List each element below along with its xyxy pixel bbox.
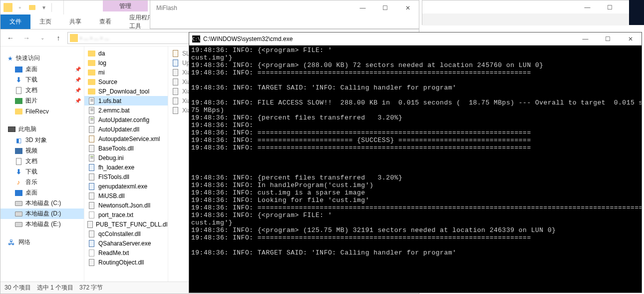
music-icon: ♪ (14, 178, 22, 186)
network-label: 网络 (18, 238, 30, 246)
file-item[interactable]: Newtonsoft.Json.dll (84, 200, 168, 210)
nav-desktop2[interactable]: 桌面 (0, 188, 84, 198)
qat-item[interactable]: ▫ (15, 3, 24, 12)
download-icon: ⬇ (14, 76, 22, 84)
file-item[interactable]: ReadMe.txt (84, 248, 168, 258)
network-icon: 🖧 (7, 238, 15, 246)
qat-item[interactable] (27, 3, 36, 12)
cmd-icon: C:\ (192, 36, 200, 42)
nav-drive-d[interactable]: 本地磁盘 (D:) (0, 208, 84, 219)
file-list-column-1: dalogmiSourceSP_Download_tool1.ufs.bat2.… (84, 46, 168, 282)
cmd-window: C:\ C:\WINDOWS\system32\cmd.exe — ☐ ✕ 19… (189, 32, 642, 293)
miflash-maximize-button[interactable]: ☐ (374, 1, 396, 15)
pin-icon: 📌 (75, 88, 81, 93)
file-item[interactable]: Debug.ini (84, 153, 168, 162)
file-item[interactable]: 1.ufs.bat (84, 96, 168, 106)
nav-music[interactable]: ♪音乐 (0, 177, 84, 188)
background-window: — ☐ ✕ (422, 0, 644, 25)
tab-view[interactable]: 查看 (90, 14, 120, 29)
file-item[interactable]: FISTools.dll (84, 172, 168, 182)
navigation-pane: ★ 快速访问 桌面📌 ⬇下载📌 文档📌 图片📌 FileRecv 此电脑 ◧3D… (0, 46, 84, 282)
file-item[interactable]: PUB_TEST_FUNC_DLL.dll (84, 220, 168, 229)
nav-drive-c[interactable]: 本地磁盘 (C:) (0, 198, 84, 208)
tab-share[interactable]: 共享 (60, 14, 90, 29)
status-count: 30 个项目 (4, 284, 31, 292)
miflash-window: MiFlash — ☐ ✕ (150, 0, 419, 29)
file-item[interactable]: mi (84, 68, 168, 77)
download-icon: ⬇ (14, 168, 22, 176)
star-icon: ★ (7, 55, 13, 62)
file-item[interactable]: RoutingObject.dll (84, 258, 168, 267)
file-item[interactable]: SP_Download_tool (84, 86, 168, 96)
quick-access-label: 快速访问 (16, 54, 40, 62)
file-item[interactable]: 2.emmc.bat (84, 106, 168, 115)
nav-history-button[interactable]: ⌄ (35, 31, 49, 45)
cmd-minimize-button[interactable]: — (574, 33, 597, 45)
nav-forward-button[interactable]: → (19, 31, 33, 45)
cmd-maximize-button[interactable]: ☐ (597, 33, 619, 45)
address-path: › ... › ... › ... (80, 34, 109, 42)
cmd-close-button[interactable]: ✕ (619, 33, 642, 45)
nav-up-button[interactable]: ↑ (51, 31, 65, 45)
quick-access-header[interactable]: ★ 快速访问 (0, 52, 84, 64)
pin-icon: 📌 (75, 77, 81, 82)
file-item[interactable]: AutoupdateService.xml (84, 134, 168, 144)
nav-documents[interactable]: 文档📌 (0, 85, 84, 96)
file-item[interactable]: port_trace.txt (84, 210, 168, 220)
file-item[interactable]: QSaharaServer.exe (84, 238, 168, 248)
network-header[interactable]: 🖧 网络 (0, 236, 84, 248)
nav-documents2[interactable]: 文档 (0, 156, 84, 166)
tab-file[interactable]: 文件 (0, 14, 30, 29)
nav-back-button[interactable]: ← (3, 31, 17, 45)
cube-icon: ◧ (14, 136, 22, 144)
file-item[interactable]: fh_loader.exe (84, 162, 168, 172)
this-pc-label: 此电脑 (18, 125, 36, 134)
file-item[interactable]: log (84, 58, 168, 68)
folder-icon (3, 3, 12, 12)
nav-downloads[interactable]: ⬇下载📌 (0, 74, 84, 85)
pin-icon: 📌 (75, 98, 81, 104)
context-tab-header: 管理 (103, 0, 148, 12)
file-item[interactable]: BaseTools.dll (84, 144, 168, 153)
file-item[interactable]: Source (84, 77, 168, 86)
bg-minimize-button[interactable]: — (576, 0, 599, 14)
nav-drive-e[interactable]: 本地磁盘 (E:) (0, 219, 84, 230)
miflash-close-button[interactable]: ✕ (396, 1, 419, 15)
nav-3dobjects[interactable]: ◧3D 对象 (0, 135, 84, 146)
qat-overflow[interactable]: ▾ (39, 3, 48, 12)
background-dark-strip (629, 0, 644, 25)
file-item[interactable]: MiUSB.dll (84, 191, 168, 200)
cmd-output[interactable]: 19:48:36: INFO: {<program> FILE: ' \imag… (189, 46, 642, 292)
status-selected: 选中 1 个项目 (37, 284, 73, 292)
nav-downloads2[interactable]: ⬇下载 (0, 166, 84, 177)
tab-home[interactable]: 主页 (30, 14, 60, 29)
cmd-title-text: C:\WINDOWS\system32\cmd.exe (203, 36, 293, 42)
nav-filerecv[interactable]: FileRecv (0, 106, 84, 116)
this-pc-header[interactable]: 此电脑 (0, 124, 84, 135)
pin-icon: 📌 (75, 66, 81, 72)
nav-videos[interactable]: 视频 (0, 146, 84, 156)
file-item[interactable]: genupdatexml.exe (84, 182, 168, 191)
nav-pictures[interactable]: 图片📌 (0, 96, 84, 106)
file-item[interactable]: AutoUpdater.dll (84, 124, 168, 134)
nav-desktop[interactable]: 桌面📌 (0, 64, 84, 74)
folder-icon (70, 34, 78, 42)
file-item[interactable]: AutoUpdater.config (84, 115, 168, 124)
file-item[interactable]: da (84, 48, 168, 58)
miflash-title-text: MiFlash (156, 4, 177, 12)
miflash-minimize-button[interactable]: — (351, 1, 374, 15)
bg-maximize-button[interactable]: ☐ (599, 0, 621, 14)
file-item[interactable]: qcCoInstaller.dll (84, 229, 168, 238)
status-size: 372 字节 (79, 284, 103, 292)
cmd-titlebar[interactable]: C:\ C:\WINDOWS\system32\cmd.exe — ☐ ✕ (189, 32, 642, 46)
